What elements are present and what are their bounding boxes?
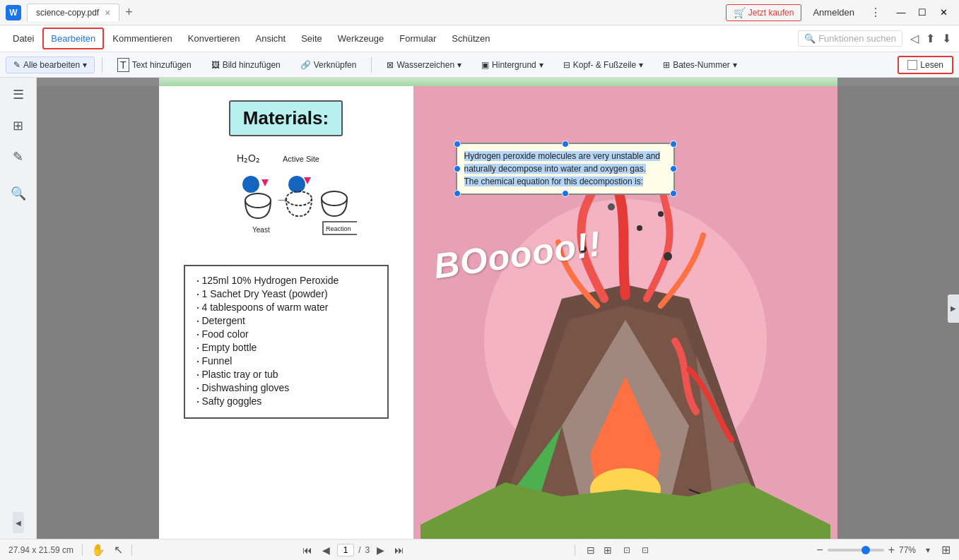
bates-icon: ⊞ [663,60,670,70]
sidebar-annotation-icon[interactable]: ✎ [7,145,30,168]
fit-page-btn[interactable]: ⊡ [623,545,630,555]
watermark-btn[interactable]: ⊠ Wasserzeichen ▾ [379,56,469,73]
list-item: 4 tablespoons of warm water [196,302,376,313]
single-page-view-btn[interactable]: ⊟ [584,543,598,557]
nav-download-icon[interactable]: ⬇ [940,30,953,47]
handle-ml[interactable] [454,165,461,172]
content-area: ☰ ⊞ ✎ 🔍 ◀ Materials: H₂O₂ [0,78,959,539]
link-label: Verknüpfen [314,60,357,70]
close-btn[interactable]: ✕ [934,5,953,20]
zoom-area: − + 77% ▾ [816,544,930,556]
left-sidebar-collapse-btn[interactable]: ◀ [13,512,24,533]
buy-button[interactable]: 🛒 Jetzt kaufen [726,4,802,21]
menu-schutzen[interactable]: Schützen [445,29,497,48]
add-image-label: Bild hinzufügen [223,60,281,70]
handle-tr[interactable] [670,141,677,148]
nav-share-icon[interactable]: ⬆ [924,30,937,47]
materials-title: Materials: [229,100,343,136]
app-logo: W [6,5,21,20]
menu-datei[interactable]: Datei [6,29,41,48]
add-text-btn[interactable]: T Text hinzufügen [110,54,199,76]
page-navigation: ⏮ ◀ / 3 ▶ ⏭ [300,543,407,557]
first-page-btn[interactable]: ⏮ [300,543,315,557]
sidebar-search-icon[interactable]: 🔍 [7,182,30,205]
diagram-area: H₂O₂ Active Site Yea [173,148,399,254]
menu-ansicht[interactable]: Ansicht [249,29,293,48]
menu-formular[interactable]: Formular [392,29,443,48]
minimize-btn[interactable]: — [891,5,911,20]
zoom-slider[interactable] [828,549,884,552]
search-placeholder: Funktionen suchen [818,33,896,44]
page-number-input[interactable] [337,544,354,556]
handle-br[interactable] [670,190,677,197]
login-button[interactable]: Anmelden [807,5,860,20]
fullscreen-btn[interactable]: ⊞ [941,543,951,556]
zoom-out-btn[interactable]: − [816,544,823,556]
zoom-level: 77% [899,545,922,555]
watermark-dropdown-icon[interactable]: ▾ [457,60,461,70]
handle-mr[interactable] [670,165,677,172]
menu-seite[interactable]: Seite [294,29,329,48]
svg-point-7 [288,176,305,193]
background-dropdown-icon[interactable]: ▾ [539,60,543,70]
floating-textbox[interactable]: Hydrogen peroxide molecules are very uns… [456,143,675,195]
volcano-svg: 4400°c [420,143,830,539]
zoom-thumb[interactable] [861,546,870,554]
svg-point-21 [637,225,642,231]
last-page-btn[interactable]: ⏭ [392,543,407,557]
page-separator: / [358,545,360,555]
header-dropdown-icon[interactable]: ▾ [639,60,643,70]
file-tab[interactable]: science-copy.pdf × [27,4,119,21]
read-btn[interactable]: Lesen [898,56,953,74]
status-sep-1 [82,544,83,556]
background-label: Hintergrund [492,60,536,70]
handle-tm[interactable] [562,141,569,148]
page-left: Materials: H₂O₂ Active Site [159,86,413,539]
right-sidebar-collapse-btn[interactable]: ▶ [948,294,959,323]
handle-bm[interactable] [562,190,569,197]
zoom-in-btn[interactable]: + [888,544,895,556]
handle-bl[interactable] [454,190,461,197]
nav-back-icon[interactable]: ◁ [908,30,921,47]
toolbar: ✎ Alle bearbeiten ▾ T Text hinzufügen 🖼 … [0,52,959,78]
link-icon: 🔗 [300,60,311,70]
materials-list: 125ml 10% Hydrogen Peroxide 1 Sachet Dry… [196,275,376,407]
edit-icon: ✎ [13,60,20,70]
pan-tool-btn[interactable]: ✋ [91,543,105,556]
svg-text:Active Site: Active Site [283,155,319,163]
select-tool-btn[interactable]: ↖ [114,543,123,556]
pdf-page: Materials: H₂O₂ Active Site [159,86,837,539]
edit-dropdown-icon[interactable]: ▾ [83,60,87,70]
fit-width-btn[interactable]: ⊡ [642,545,649,555]
sidebar-thumbnail-icon[interactable]: ☰ [7,83,30,106]
svg-point-24 [658,211,664,217]
zoom-dropdown-btn[interactable]: ▾ [926,545,930,555]
background-icon: ▣ [481,60,489,70]
background-btn[interactable]: ▣ Hintergrund ▾ [473,56,551,73]
link-btn[interactable]: 🔗 Verknüpfen [293,56,365,73]
continuous-view-btn[interactable]: ⊞ [601,543,615,557]
next-page-btn[interactable]: ▶ [374,543,387,557]
prev-page-btn[interactable]: ◀ [319,543,333,557]
handle-tl[interactable] [454,141,461,148]
menu-search-box[interactable]: 🔍 Funktionen suchen [798,30,902,47]
menu-konvertieren[interactable]: Konvertieren [181,29,247,48]
new-tab-btn[interactable]: + [119,5,139,20]
bates-dropdown-icon[interactable]: ▾ [733,60,737,70]
edit-all-btn[interactable]: ✎ Alle bearbeiten ▾ [6,56,95,73]
menu-kommentieren[interactable]: Kommentieren [105,29,180,48]
add-image-btn[interactable]: 🖼 Bild hinzufügen [204,56,288,73]
floating-text-line3: The chemical equation for this decompost… [464,177,643,186]
header-footer-btn[interactable]: ⊟ Kopf- & Fußzeile ▾ [555,56,651,73]
tab-close-btn[interactable]: × [105,7,110,18]
maximize-btn[interactable]: ☐ [912,5,932,20]
more-options-btn[interactable]: ⋮ [866,4,886,21]
bates-btn[interactable]: ⊞ Bates-Nummer ▾ [655,56,745,73]
h2o2-diagram-svg: H₂O₂ Active Site Yea [216,148,357,254]
menu-werkzeuge[interactable]: Werkzeuge [331,29,392,48]
list-item: Dishwashing gloves [196,382,376,393]
sidebar-page-icon[interactable]: ⊞ [7,114,30,137]
page-dimensions: 27.94 x 21.59 cm [8,545,73,555]
menu-bearbeiten[interactable]: Bearbeiten [42,28,104,49]
svg-point-22 [664,252,672,261]
